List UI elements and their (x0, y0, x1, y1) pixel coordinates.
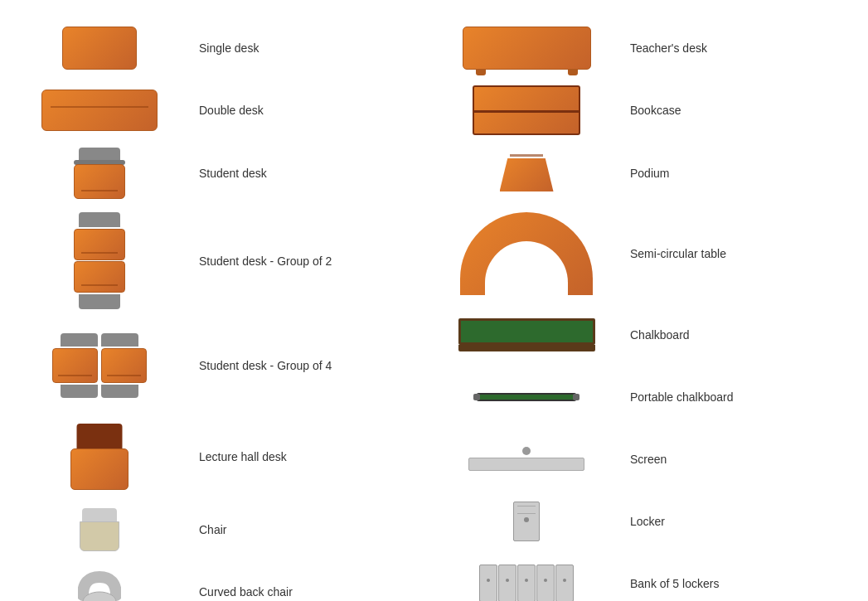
locker-unit-icon (517, 565, 536, 601)
chalkboard-shape (439, 318, 613, 351)
semi-outer-icon (460, 212, 593, 295)
chair-shape (17, 508, 182, 551)
chair-bottom-icon (79, 294, 120, 309)
bank-lockers-icon (479, 565, 574, 601)
list-item: Curved back chair (0, 560, 431, 601)
chair-label: Chair (199, 523, 226, 536)
chair-icon (61, 385, 98, 398)
screen-icon (468, 447, 584, 471)
screen-body-icon (468, 458, 584, 471)
lecture-desk-label: Lecture hall desk (199, 450, 287, 463)
chalkboard-surface-icon (458, 318, 595, 345)
double-desk-icon (41, 90, 158, 131)
right-column: Teacher's desk Bookcase Podium (431, 17, 868, 601)
list-item: Locker (431, 490, 868, 552)
chairs-top-row (61, 333, 138, 347)
screen-label: Screen (630, 453, 667, 466)
list-item: Student desk - Group of 2 (0, 206, 431, 316)
desks-icon (74, 229, 125, 293)
bookcase-icon (473, 85, 580, 135)
student-desk-group2-shape (17, 212, 182, 309)
student-desk-icon (74, 148, 125, 199)
curved-chair-svg (78, 570, 121, 602)
screen-mount-icon (522, 447, 531, 455)
list-item: Chair (0, 498, 431, 560)
list-item: Student desk - Group of 4 (0, 316, 431, 415)
screen-shape (439, 447, 613, 471)
single-desk-label: Single desk (199, 41, 259, 55)
podium-icon (500, 154, 554, 191)
locker-shape (439, 502, 613, 541)
locker-unit-icon (555, 565, 574, 601)
locker-unit-icon (536, 565, 555, 601)
semi-circular-shape (439, 212, 613, 295)
teachers-desk-label: Teacher's desk (630, 41, 707, 55)
list-item: Chalkboard (431, 303, 868, 366)
bank-lockers-label: Bank of 5 lockers (630, 577, 719, 590)
lecture-desk-icon (62, 424, 137, 490)
teachers-desk-shape (439, 27, 613, 70)
student-desk-label: Student desk (199, 167, 267, 180)
locker-icon (513, 502, 540, 541)
list-item: Screen (431, 428, 868, 490)
chair-icon (101, 333, 138, 347)
portable-chalkboard-icon (477, 393, 576, 401)
podium-shape (439, 154, 613, 191)
list-item: Bank of 5 lockers (431, 552, 868, 601)
semi-circular-label: Semi-circular table (630, 247, 726, 260)
curved-chair-shape (17, 570, 182, 602)
chair-back-icon (79, 148, 120, 162)
chair-back-icon (82, 508, 117, 521)
curved-chair-label: Curved back chair (199, 585, 293, 599)
list-item: Student desk (0, 141, 431, 206)
chalkboard-label: Chalkboard (630, 328, 690, 342)
podium-top-icon (500, 158, 554, 191)
bookcase-shape (439, 85, 613, 135)
list-item: Portable chalkboard (431, 366, 868, 428)
chair-icon (101, 385, 138, 398)
locker-unit-icon (498, 565, 516, 601)
student-desk-group4-shape (17, 333, 182, 398)
portable-chalkboard-shape (439, 393, 613, 401)
podium-label: Podium (630, 167, 669, 180)
list-item: Single desk (0, 17, 431, 79)
curved-chair-icon (78, 570, 121, 602)
portable-chalkboard-label: Portable chalkboard (630, 390, 734, 404)
student-desk-shape (17, 148, 182, 199)
locker-unit-icon (479, 565, 497, 601)
student-desk-group4-label: Student desk - Group of 4 (199, 359, 332, 372)
podium-line-icon (510, 154, 543, 157)
double-desk-label: Double desk (199, 104, 264, 117)
list-item: Teacher's desk (431, 17, 868, 79)
locker-label: Locker (630, 515, 665, 528)
desk-unit-icon (74, 261, 125, 293)
chair-icon (61, 333, 98, 347)
student-desk-group4-icon (52, 333, 147, 398)
teachers-desk-icon (463, 27, 591, 70)
chalkboard-icon (458, 318, 595, 351)
desks-row (52, 348, 147, 383)
bookcase-label: Bookcase (630, 104, 681, 117)
student-desk-group2-label: Student desk - Group of 2 (199, 254, 332, 268)
desk-unit-icon (74, 229, 125, 260)
bank-lockers-shape (439, 565, 613, 601)
lecture-desk-top-icon (70, 448, 129, 490)
list-item: Podium (431, 142, 868, 204)
semi-inner-icon (485, 241, 568, 295)
chairs-bottom-row (61, 385, 138, 398)
desk-icon (101, 348, 147, 383)
desk-top-icon (74, 164, 125, 199)
single-desk-icon (62, 27, 137, 70)
locker-vent-icon (517, 506, 536, 514)
list-item: Double desk (0, 79, 431, 141)
single-desk-shape (17, 27, 182, 70)
student-desk-group2-icon (74, 212, 125, 309)
list-item: Bookcase (431, 79, 868, 142)
chalk-tray-icon (458, 345, 595, 351)
chair-seat-icon (80, 521, 119, 551)
semi-circular-icon (460, 212, 593, 295)
left-column: Single desk Double desk Student desk (0, 17, 431, 601)
chair-icon (80, 508, 119, 551)
list-item: Lecture hall desk (0, 415, 431, 498)
list-item: Semi-circular table (431, 204, 868, 303)
